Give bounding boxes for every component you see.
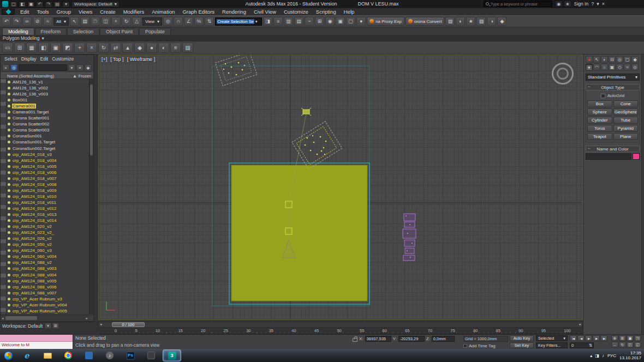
zoom-icon[interactable]: ⊕ <box>611 335 618 341</box>
ribbon-tool-icon[interactable]: ▦ <box>26 43 37 53</box>
explorer-menu-item[interactable]: Edit <box>39 56 50 62</box>
menu-item[interactable]: Scripting <box>312 8 340 15</box>
primitive-button[interactable]: Pyramid <box>613 125 639 132</box>
help-menu-icon[interactable]: ▾ <box>597 1 599 7</box>
next-frame-arrow-icon[interactable]: ▸ <box>579 322 581 327</box>
file-explorer-icon[interactable] <box>38 349 57 361</box>
y-coordinate-field[interactable]: -20253,29 <box>398 336 425 342</box>
menu-item[interactable]: Rendering <box>218 8 250 15</box>
search-input[interactable] <box>491 2 550 7</box>
field-of-view-icon[interactable]: ◰ <box>627 342 634 348</box>
chevron-down-icon[interactable]: ▾ <box>42 35 44 41</box>
select-and-rotate-icon[interactable]: ↻ <box>122 17 131 26</box>
ribbon-tool-icon[interactable]: ◧ <box>38 43 49 53</box>
menu-item[interactable]: Views <box>75 8 96 15</box>
reference-coordinate-dropdown[interactable]: View ▾ <box>142 17 162 26</box>
explorer-settings-icon[interactable]: ◆ <box>85 64 92 71</box>
menu-item[interactable]: Animation <box>148 8 178 15</box>
z-coordinate-field[interactable]: 0,0mm <box>432 336 455 342</box>
object-color-swatch[interactable] <box>633 153 640 160</box>
primitive-button[interactable]: Cone <box>613 100 639 107</box>
select-by-name-icon[interactable]: ▤ <box>80 17 90 26</box>
language-indicator[interactable]: РУС <box>607 353 616 358</box>
explorer-vertical-scrollbar[interactable] <box>89 79 93 315</box>
proxy-objects-purple[interactable] <box>403 214 416 261</box>
primitive-button[interactable]: Sphere <box>587 108 612 116</box>
menu-item[interactable]: Civil View <box>250 8 280 15</box>
ribbon-tool-icon[interactable]: ◐ <box>158 43 169 53</box>
set-key-button[interactable]: Set Key <box>510 342 534 348</box>
list-item[interactable]: crp_VP_Acer Rubrum_v004 <box>8 302 89 308</box>
scatter-gizmo-top[interactable] <box>216 55 257 86</box>
list-item[interactable]: crp_VP_Acer Rubrum_v3 <box>8 296 89 302</box>
key-filters-button[interactable]: Key Filters... <box>536 342 568 348</box>
selection-set-dropdown[interactable]: Selected ▾ <box>536 335 568 341</box>
close-icon[interactable]: × <box>2 64 9 71</box>
select-and-link-icon[interactable]: ∞ <box>22 17 32 26</box>
go-to-start-icon[interactable]: |◀ <box>570 335 577 341</box>
maxscript-mini-listener[interactable]: Welcome to M <box>0 335 73 349</box>
select-object-icon[interactable]: ↖ <box>70 17 79 26</box>
material-editor-icon[interactable]: ◉ <box>325 17 335 26</box>
time-slider[interactable]: 0 / 100 ◂ ▸ <box>98 322 583 328</box>
explorer-horizontal-scrollbar[interactable]: ◂ ▸ <box>1 315 89 321</box>
new-scene-icon[interactable]: ▢ <box>10 1 17 8</box>
zoom-all-icon[interactable]: ⊞ <box>619 335 626 341</box>
list-item[interactable]: crp_AM124_018_v013 <box>8 212 89 218</box>
list-item[interactable]: AM126_136_v003 <box>8 91 89 97</box>
find-icon[interactable]: ◎ <box>10 64 17 71</box>
search-box[interactable] <box>484 1 552 7</box>
help-icon[interactable]: ? <box>591 1 594 7</box>
communication-center-icon[interactable]: ◉ <box>555 1 563 7</box>
volume-icon[interactable]: ♪ <box>602 353 604 358</box>
ribbon-tab[interactable]: Modeling <box>2 28 34 35</box>
curve-editor-icon[interactable]: ~ <box>305 17 314 26</box>
list-item[interactable]: crp_AM124_088_v003 <box>8 266 89 272</box>
window-crossing-icon[interactable]: ◫ <box>101 17 110 26</box>
auto-key-button[interactable]: Auto Key <box>510 335 534 341</box>
list-item[interactable]: crp_AM124_023_v2_ <box>8 230 89 236</box>
listener-line[interactable]: Welcome to M <box>0 342 73 349</box>
list-item[interactable]: crp_VP_Acer Rubrum_v005 <box>8 308 89 314</box>
cameras-category-icon[interactable]: ▣ <box>609 64 616 71</box>
object-type-rollout[interactable]: − Object Type <box>586 84 640 90</box>
viewcube-compass[interactable] <box>552 63 574 85</box>
selection-filter-dropdown[interactable]: All ▾ <box>53 17 69 26</box>
toolbar-extra-icon[interactable]: ◑ <box>487 17 496 26</box>
scrollbar-thumb[interactable] <box>5 316 37 320</box>
list-item[interactable]: crp_AM124_018_v008 <box>8 182 89 188</box>
project-folder-icon[interactable]: ▤ <box>53 1 61 8</box>
list-item[interactable]: crp_AM124_088_v2 <box>8 260 89 266</box>
name-and-color-rollout[interactable]: − Name and Color <box>586 146 640 152</box>
list-item[interactable]: crp_AM124_026_v2 <box>8 236 89 242</box>
zoom-extents-icon[interactable]: ▣ <box>627 335 634 341</box>
menu-item[interactable]: Help <box>340 8 359 15</box>
list-item[interactable]: crp_AM124_088_v007 <box>8 290 89 296</box>
object-name-field[interactable] <box>586 153 631 160</box>
time-slider-handle[interactable]: 0 / 100 <box>112 322 145 327</box>
geometry-category-icon[interactable]: ● <box>586 64 593 71</box>
select-and-manipulate-icon[interactable]: ◎ <box>163 17 172 26</box>
list-item[interactable]: crp_AM124_050_v2 <box>8 242 89 248</box>
scroll-left-icon[interactable]: ◂ <box>2 316 4 321</box>
close-icon[interactable]: × <box>602 1 605 7</box>
list-item[interactable]: crp_AM124_018_v009 <box>8 188 89 194</box>
action-center-icon[interactable]: ◨ <box>595 353 599 358</box>
corona-convert-button[interactable]: orona Convert <box>406 17 445 26</box>
schematic-view-icon[interactable]: ⊞ <box>315 17 324 26</box>
list-item[interactable]: crp_AM124_018_v014 <box>8 218 89 224</box>
primitive-button[interactable]: Cylinder <box>587 117 612 124</box>
list-item[interactable]: Corona Scatter002 <box>8 121 89 127</box>
scroll-right-icon[interactable]: ▸ <box>86 316 88 321</box>
list-item[interactable]: crp_AM124_018_v012 <box>8 206 89 212</box>
viewport-menu-pov[interactable]: [ Top ] <box>110 57 123 62</box>
list-item[interactable]: crp_AM124_018_v010 <box>8 194 89 200</box>
list-item[interactable]: crp_AM124_088_v006 <box>8 284 89 290</box>
list-item[interactable]: crp_AM124_018_v005 <box>8 164 89 170</box>
select-and-move-icon[interactable]: + <box>111 17 121 26</box>
ribbon-tool-icon[interactable]: ◩ <box>62 43 73 53</box>
next-frame-icon[interactable]: ▶ <box>593 335 600 341</box>
percent-snap-icon[interactable]: % <box>194 17 204 26</box>
lights-category-icon[interactable]: ☼ <box>601 64 608 71</box>
media-app-icon[interactable]: ♪ <box>100 349 119 361</box>
